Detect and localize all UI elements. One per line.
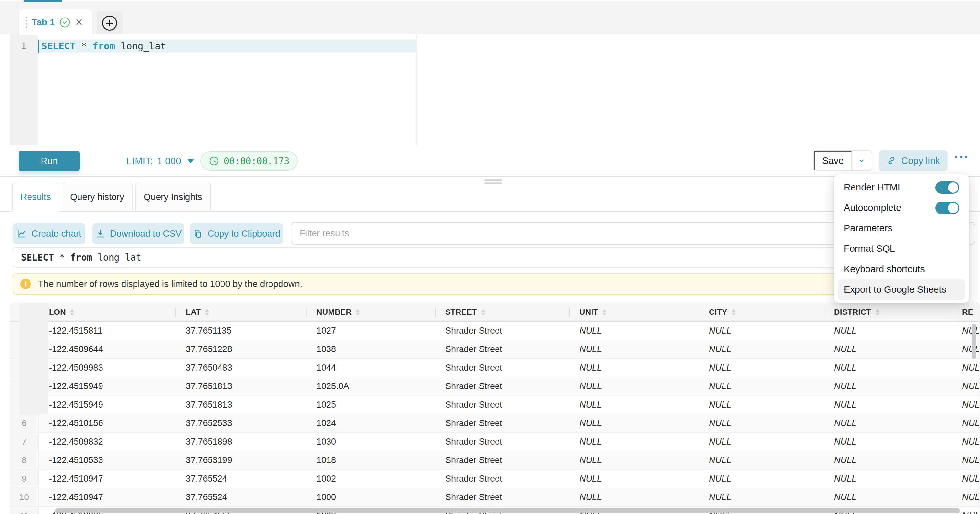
download-icon	[95, 228, 105, 239]
table-row: 6-122.451015637.76525331024Shrader Stree…	[10, 414, 980, 433]
table-cell: NULL	[824, 377, 952, 395]
sort-icon[interactable]	[70, 309, 74, 316]
table-cell: 37.7653199	[175, 451, 306, 469]
query-tab[interactable]: Tab 1 ✕	[19, 9, 93, 35]
copy-clipboard-button[interactable]: Copy to Clipboard	[190, 223, 283, 244]
table-cell: NULL	[698, 488, 824, 506]
tab-query-history[interactable]: Query history	[62, 182, 133, 211]
table-row: 4-122.451594937.76518131025.0AShrader St…	[10, 377, 980, 396]
table-cell: NULL	[698, 433, 824, 451]
column-header-unit[interactable]: UNIT	[569, 303, 698, 321]
table-cell: Shrader Street	[435, 433, 569, 451]
table-row: 7-122.450983237.76518981030Shrader Stree…	[10, 433, 980, 451]
new-tab-area[interactable]	[97, 11, 123, 35]
browser-tab-indicator	[24, 0, 62, 2]
table-cell: Shrader Street	[435, 414, 569, 432]
table-cell: NULL	[698, 359, 824, 377]
toggle-switch[interactable]	[935, 181, 959, 194]
table-cell: NULL	[698, 322, 824, 340]
menu-item-format-sql[interactable]: Format SQL	[834, 238, 969, 259]
table-cell: NULL	[569, 322, 698, 340]
editor-active-line[interactable]: SELECT*fromlong_lat	[38, 40, 417, 53]
download-csv-button[interactable]: Download to CSV	[92, 223, 184, 244]
table-cell: -122.4515811	[38, 322, 175, 340]
download-csv-label: Download to CSV	[110, 228, 181, 239]
menu-item-label: Keyboard shortcuts	[844, 264, 925, 275]
table-cell: Shrader Street	[435, 396, 569, 414]
table-cell: NULL	[698, 340, 824, 358]
table-cell: NULL	[698, 469, 824, 488]
sort-icon[interactable]	[731, 309, 736, 316]
table-cell: NULL	[569, 469, 698, 488]
sort-icon[interactable]	[355, 309, 360, 316]
toggle-switch[interactable]	[935, 202, 959, 214]
more-options-button[interactable]	[955, 156, 967, 158]
menu-item-render-html[interactable]: Render HTML	[834, 177, 969, 198]
column-header-label: CITY	[709, 308, 727, 317]
vertical-scrollbar[interactable]	[972, 324, 976, 359]
save-button[interactable]: Save	[814, 151, 851, 170]
tab-query-insights[interactable]: Query Insights	[135, 182, 211, 211]
sort-icon[interactable]	[875, 309, 880, 316]
copy-link-button[interactable]: Copy link	[879, 150, 948, 171]
menu-item-export-to-google-sheets[interactable]: Export to Google Sheets	[838, 279, 965, 300]
table-cell: 37.7651228	[175, 340, 306, 358]
table-cell: NULL	[952, 488, 980, 506]
table-cell: 37.7651898	[175, 433, 306, 451]
table-cell: Shrader Street	[435, 359, 569, 377]
table-body: 1-122.451581137.76511351027Shrader Stree…	[10, 322, 980, 514]
table-cell: 1024	[306, 414, 435, 432]
sort-icon[interactable]	[481, 309, 485, 316]
column-header-lat[interactable]: LAT	[175, 303, 306, 321]
table-cell: Shrader Street	[435, 340, 569, 358]
line-number: 1	[10, 40, 38, 53]
table-cell: Shrader Street	[435, 451, 569, 469]
results-tab-bar: Results Query history Query Insights	[0, 182, 980, 212]
drag-handle-icon[interactable]	[25, 16, 27, 28]
chevron-down-icon	[858, 156, 866, 165]
table-cell: 1027	[306, 322, 435, 340]
horizontal-scrollbar[interactable]	[55, 509, 960, 513]
column-header-lon[interactable]: LON	[38, 303, 175, 321]
table-cell: NULL	[698, 377, 824, 395]
table-row: 8-122.451053337.76531991018Shrader Stree…	[10, 451, 980, 469]
run-button[interactable]: Run	[19, 150, 80, 171]
column-header-number[interactable]: NUMBER	[306, 303, 435, 321]
copy-link-label: Copy link	[901, 155, 940, 166]
sql-code-line: SELECT*fromlong_lat	[41, 40, 166, 53]
column-header-label: STREET	[445, 308, 477, 317]
create-chart-button[interactable]: Create chart	[13, 223, 85, 244]
table-cell: NULL	[952, 451, 980, 469]
row-number: 8	[10, 451, 38, 469]
query-duration-badge: 00:00:00.173	[200, 151, 298, 171]
column-header-street[interactable]: STREET	[435, 303, 569, 321]
table-cell: 37.7651135	[175, 322, 306, 340]
tab-results[interactable]: Results	[12, 182, 59, 212]
table-cell: -122.4509983	[38, 359, 175, 377]
column-header-district[interactable]: DISTRICT	[824, 303, 952, 321]
pane-resize-handle[interactable]	[485, 179, 502, 185]
column-header-label: UNIT	[579, 308, 598, 317]
text-cursor	[38, 40, 39, 53]
menu-item-autocomplete[interactable]: Autocomplete	[834, 198, 969, 218]
sql-editor[interactable]: 1 SELECT*fromlong_lat	[0, 34, 980, 145]
sort-icon[interactable]	[602, 309, 607, 316]
menu-item-keyboard-shortcuts[interactable]: Keyboard shortcuts	[834, 259, 969, 279]
close-tab-icon[interactable]: ✕	[75, 18, 83, 27]
table-cell: -122.4515949	[38, 377, 175, 395]
table-cell: NULL	[824, 433, 952, 451]
column-header-re[interactable]: RE	[952, 303, 980, 321]
column-header-city[interactable]: CITY	[698, 303, 824, 321]
table-cell: NULL	[569, 433, 698, 451]
table-cell: NULL	[569, 396, 698, 414]
limit-dropdown[interactable]: LIMIT: 1 000	[126, 150, 194, 171]
add-tab-icon[interactable]	[102, 16, 117, 30]
sort-icon[interactable]	[205, 309, 209, 316]
table-cell: NULL	[952, 433, 980, 451]
clock-icon	[209, 156, 219, 166]
table-cell: 37.765524	[175, 488, 306, 506]
menu-item-parameters[interactable]: Parameters	[834, 218, 969, 238]
save-options-button[interactable]	[851, 151, 872, 170]
editor-gutter: 1	[10, 34, 38, 145]
limit-label: LIMIT:	[126, 156, 153, 166]
